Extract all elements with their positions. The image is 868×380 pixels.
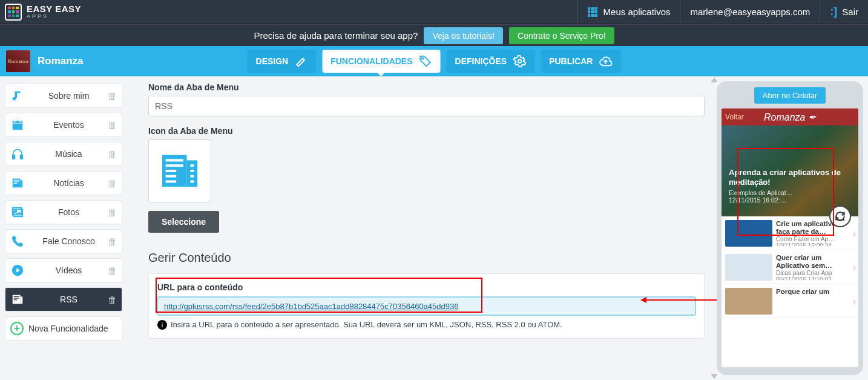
feed-row-sub: Dicas para Criar App xyxy=(776,270,855,276)
sidebar-add-feature[interactable]: + Nova Funcionalidade xyxy=(5,316,122,341)
sidebar-item-about[interactable]: Sobre mim 🗑 xyxy=(5,84,122,108)
feed-hero[interactable]: Aprenda a criar aplicativos de meditação… xyxy=(722,125,858,216)
my-apps-link[interactable]: Meus aplicativos xyxy=(577,0,680,24)
brush-icon xyxy=(294,55,307,68)
phone-preview-panel: Abrir no Celular Voltar Romanza ✒ Aprend… xyxy=(717,76,868,380)
svg-rect-7 xyxy=(21,180,23,187)
annotation-arrow xyxy=(645,299,717,301)
photos-icon xyxy=(10,205,25,219)
trash-icon[interactable]: 🗑 xyxy=(108,91,117,101)
feed-row-date: 05/11/2015 17:10:02 xyxy=(776,276,855,280)
feed-hero-subtitle: Exemplos de Aplicat… xyxy=(729,189,851,196)
sidebar-item-label: RSS xyxy=(30,295,108,304)
feed-thumb xyxy=(725,288,772,315)
headphones-icon xyxy=(10,147,25,161)
tab-features[interactable]: FUNCIONALIDADES xyxy=(322,50,440,73)
tab-design-label: DESIGN xyxy=(256,56,289,66)
helpbar-question: Precisa de ajuda para terminar seu app? xyxy=(254,30,418,41)
url-input[interactable] xyxy=(157,297,695,315)
cloud-upload-icon xyxy=(599,55,612,68)
plus-icon: + xyxy=(10,322,24,335)
open-on-phone-button[interactable]: Abrir no Celular xyxy=(754,87,826,104)
url-label: URL para o conteúdo xyxy=(157,282,695,292)
feed-row[interactable]: Porque criar um › xyxy=(722,284,858,318)
brand-name: EASY EASY xyxy=(27,4,81,14)
feed-hero-date: 12/11/2015 16:02:… xyxy=(729,196,851,204)
play-icon xyxy=(10,263,25,278)
feed-row[interactable]: Quer criar um Aplicativo sem… Dicas para… xyxy=(722,250,858,284)
tab-design[interactable]: DESIGN xyxy=(248,50,317,73)
sidebar-add-label: Nova Funcionalidade xyxy=(28,324,117,333)
sidebar-item-label: Música xyxy=(30,149,108,159)
sidebar-item-label: Fotos xyxy=(30,207,108,217)
phone-icon xyxy=(10,234,25,248)
tabname-input[interactable] xyxy=(148,96,705,116)
select-icon-button[interactable]: Seleccione xyxy=(148,211,219,233)
sidebar-item-photos[interactable]: Fotos 🗑 xyxy=(5,200,122,224)
feed-row-title: Porque criar um xyxy=(776,288,855,296)
info-icon: i xyxy=(157,320,167,330)
sidebar-item-contact[interactable]: Fale Conosco 🗑 xyxy=(5,229,122,253)
chevron-right-icon: › xyxy=(853,262,856,272)
svg-rect-5 xyxy=(21,155,23,159)
trash-icon[interactable]: 🗑 xyxy=(108,120,117,130)
apps-grid-icon xyxy=(588,7,597,17)
brand-logo-icon xyxy=(5,4,22,21)
sidebar-item-videos[interactable]: Vídeos 🗑 xyxy=(5,258,122,282)
preview-back-button[interactable]: Voltar xyxy=(725,113,744,121)
svg-rect-13 xyxy=(21,296,23,304)
sidebar-item-music[interactable]: Música 🗑 xyxy=(5,142,122,166)
chevron-right-icon: › xyxy=(853,296,856,306)
svg-rect-15 xyxy=(187,161,198,187)
tab-settings[interactable]: DEFINIÇÕES xyxy=(447,50,535,73)
newspaper-icon xyxy=(159,150,201,192)
calendar-icon xyxy=(10,118,25,132)
app-thumbnail: Romanza xyxy=(6,50,30,72)
trash-icon[interactable]: 🗑 xyxy=(108,265,117,276)
sidebar: Sobre mim 🗑 Eventos 🗑 Música 🗑 Notícias … xyxy=(0,76,127,380)
url-box: URL para o conteúdo iInsira a URL para o… xyxy=(148,273,705,339)
newspaper-icon xyxy=(10,292,25,307)
sidebar-item-news[interactable]: Notícias 🗑 xyxy=(5,171,122,195)
helpbar: Precisa de ajuda para terminar seu app? … xyxy=(0,24,868,46)
trash-icon[interactable]: 🗑 xyxy=(108,149,117,159)
tutorials-button[interactable]: Veja os tutoriais! xyxy=(424,27,503,44)
trash-icon[interactable]: 🗑 xyxy=(108,178,117,188)
feed-row-sub: Como Fazer um Ap… xyxy=(776,236,855,242)
sidebar-item-events[interactable]: Eventos 🗑 xyxy=(5,113,122,137)
tab-settings-label: DEFINIÇÕES xyxy=(455,56,507,66)
feed-row-title: Quer criar um Aplicativo sem… xyxy=(776,254,855,270)
navbar: Romanza Romanza DESIGN FUNCIONALIDADES D… xyxy=(0,46,868,76)
url-hint: iInsira a URL para o conteúdo a ser apre… xyxy=(157,320,695,330)
app-name: Romanza xyxy=(38,55,84,67)
trash-icon[interactable]: 🗑 xyxy=(108,207,117,218)
svg-rect-4 xyxy=(13,155,15,159)
topbar: EASY EASY APPS Meus aplicativos marlene@… xyxy=(0,0,868,24)
newspaper-icon xyxy=(10,176,25,190)
logout-link[interactable]: :] Sair xyxy=(820,0,868,24)
logout-icon: :] xyxy=(830,5,837,18)
gear-icon xyxy=(513,55,526,68)
sidebar-item-label: Notícias xyxy=(30,178,108,188)
brand: EASY EASY APPS xyxy=(0,4,81,21)
sidebar-item-rss[interactable]: RSS 🗑 xyxy=(5,287,122,312)
icon-preview xyxy=(148,139,211,202)
pro-service-button[interactable]: Contrate o Serviço Pro! xyxy=(509,27,614,44)
trash-icon[interactable]: 🗑 xyxy=(108,236,117,247)
my-apps-label: Meus aplicativos xyxy=(603,7,671,17)
preview-title: Romanza ✒ xyxy=(764,112,816,123)
svg-point-0 xyxy=(422,58,424,59)
account-link[interactable]: marlene@easyeasyapps.com xyxy=(680,0,820,24)
icon-label: Icon da Aba de Menu xyxy=(148,126,705,136)
trash-icon[interactable]: 🗑 xyxy=(108,295,117,305)
sidebar-item-label: Eventos xyxy=(30,120,108,130)
feed-thumb xyxy=(725,254,772,281)
tab-publish[interactable]: PUBLICAR xyxy=(541,50,620,73)
sidebar-item-label: Fale Conosco xyxy=(30,236,108,246)
phone-screen: Voltar Romanza ✒ Aprenda a criar aplicat… xyxy=(722,108,858,367)
music-note-icon xyxy=(10,88,25,103)
content-area: Nome da Aba de Menu Icon da Aba de Menu … xyxy=(127,76,717,380)
scroll-indicator[interactable] xyxy=(711,76,715,380)
refresh-button[interactable] xyxy=(829,205,851,227)
feed-thumb xyxy=(725,220,772,247)
